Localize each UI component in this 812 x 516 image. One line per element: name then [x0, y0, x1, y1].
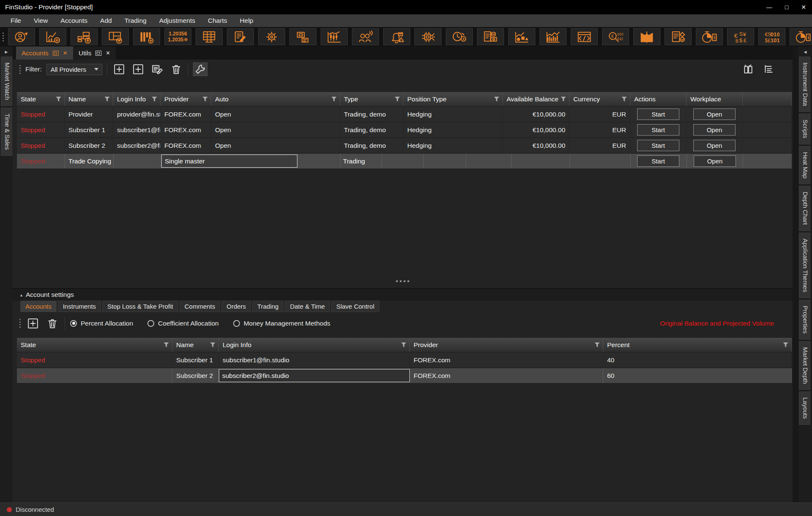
- sidebar-tab-heat-map[interactable]: Heat Map: [799, 146, 810, 185]
- sidebar-tab-instrument-data[interactable]: Instrument Data: [799, 57, 810, 112]
- column-chooser-button[interactable]: [741, 62, 755, 76]
- radio-money-management[interactable]: Money Management Methods: [233, 320, 330, 327]
- table-row-trade-copying-selected[interactable]: Stopped Trade Copying Single master Trad…: [17, 154, 792, 168]
- column-header-login-info[interactable]: Login Info: [113, 92, 161, 106]
- toolbar-button-add-workspace[interactable]: [102, 28, 129, 45]
- tab-close-icon[interactable]: ✕: [106, 50, 110, 56]
- toolbar-grip[interactable]: [3, 33, 4, 41]
- toolbar-button-currency-converter[interactable]: €S¥B$£: [727, 28, 754, 45]
- provider-filter-dropdown[interactable]: All Providers: [46, 64, 102, 75]
- toolbar-button-data-search[interactable]: €101010: [602, 28, 629, 45]
- toolbar-button-add-market-depth[interactable]: [71, 28, 98, 45]
- tab-float-icon[interactable]: [53, 51, 59, 56]
- toolbar-button-task-checklist[interactable]: [665, 28, 692, 45]
- filter-funnel-icon[interactable]: [401, 342, 406, 348]
- table-row-subscriber-1[interactable]: Stopped Subscriber 1 subscriber1@fin.stu…: [17, 122, 792, 137]
- toolbar-button-settings-gear[interactable]: [258, 28, 285, 45]
- filter-funnel-icon[interactable]: [56, 97, 61, 102]
- sidebar-tab-market-watch[interactable]: Market Watch: [1, 57, 12, 106]
- toolbar-button-timer-report[interactable]: i: [696, 28, 723, 45]
- sidebar-tab-time-and-sales[interactable]: Time & Sales: [1, 108, 12, 156]
- column-header-actions[interactable]: Actions: [630, 92, 687, 106]
- tab-float-icon[interactable]: [95, 51, 101, 56]
- settings-tab-date-time[interactable]: Date & Time: [285, 301, 330, 312]
- filter-funnel-icon[interactable]: [783, 342, 788, 348]
- filter-funnel-icon[interactable]: [494, 97, 499, 102]
- right-panel-collapse-icon[interactable]: ◀: [798, 46, 812, 57]
- sidebar-tab-layouts[interactable]: Layouts: [799, 391, 810, 425]
- toolbar-button-depth-of-market[interactable]: [633, 28, 660, 45]
- collapse-icon[interactable]: ▴: [20, 293, 22, 297]
- filter-funnel-icon[interactable]: [202, 97, 208, 102]
- column-header-state[interactable]: State: [17, 92, 65, 106]
- settings-tab-orders[interactable]: Orders: [221, 301, 251, 312]
- filter-funnel-icon[interactable]: [163, 342, 169, 348]
- filter-toolbar-grip[interactable]: [19, 65, 21, 74]
- menu-accounts[interactable]: Accounts: [54, 17, 94, 24]
- radio-coefficient-allocation[interactable]: Coefficient Allocation: [147, 320, 219, 327]
- group-panel-button[interactable]: [761, 62, 776, 76]
- toolbar-button-notifications-bell[interactable]: [383, 28, 410, 45]
- open-workplace-button[interactable]: Open: [694, 155, 736, 167]
- menu-adjustments[interactable]: Adjustments: [153, 17, 202, 24]
- left-panel-expand-icon[interactable]: ▶: [0, 46, 13, 57]
- menu-help[interactable]: Help: [234, 17, 260, 24]
- sidebar-tab-scripts[interactable]: Scripts: [799, 114, 810, 144]
- start-button[interactable]: Start: [637, 124, 679, 136]
- allocation-row-subscriber-1[interactable]: Stopped Subscriber 1 subscriber1@fin.stu…: [17, 353, 792, 367]
- close-button[interactable]: ✕: [801, 4, 806, 11]
- menu-file[interactable]: File: [4, 17, 27, 24]
- filter-funnel-icon[interactable]: [561, 97, 566, 102]
- tab-utils[interactable]: Utils ✕: [73, 46, 116, 60]
- toolbar-button-scheduler-clock[interactable]: [446, 28, 473, 45]
- maximize-button[interactable]: □: [785, 4, 788, 11]
- column-header-percent[interactable]: Percent: [603, 338, 792, 352]
- toolbar-button-add-volume-bars[interactable]: [133, 28, 160, 45]
- toolbar-button-code-editor[interactable]: [571, 28, 598, 45]
- allocation-toolbar-grip[interactable]: [19, 319, 21, 328]
- column-header-provider[interactable]: Provider: [410, 338, 603, 352]
- column-header-position-type[interactable]: Position Type: [403, 92, 503, 106]
- filter-funnel-icon[interactable]: [395, 97, 400, 102]
- open-workplace-button[interactable]: Open: [693, 124, 736, 136]
- menu-trading[interactable]: Trading: [118, 17, 153, 24]
- column-header-name[interactable]: Name: [65, 92, 113, 106]
- filter-funnel-icon[interactable]: [331, 97, 337, 102]
- menu-charts[interactable]: Charts: [202, 17, 234, 24]
- toolbar-button-window-cascade[interactable]: [289, 28, 316, 45]
- filter-funnel-icon[interactable]: [210, 342, 215, 348]
- filter-funnel-icon[interactable]: [152, 97, 157, 102]
- add-account-button[interactable]: [112, 62, 126, 76]
- account-settings-bar[interactable]: ▴ Account settings: [13, 288, 793, 301]
- start-button[interactable]: Start: [637, 140, 679, 151]
- settings-tab-instruments[interactable]: Instruments: [58, 301, 101, 312]
- radio-percent-allocation[interactable]: Percent Allocation: [70, 320, 133, 327]
- column-header-auto[interactable]: Auto: [211, 92, 340, 106]
- column-header-currency[interactable]: Currency: [569, 92, 630, 106]
- settings-tab-trading[interactable]: Trading: [252, 301, 283, 312]
- toolbar-button-market-trend[interactable]: [540, 28, 567, 45]
- column-header-available-balance[interactable]: Available Balance: [503, 92, 569, 106]
- toolbar-button-quote-board[interactable]: 1.203561.2035⊕: [164, 28, 191, 45]
- sidebar-tab-properties[interactable]: Properties: [799, 300, 810, 339]
- settings-tab-accounts[interactable]: Accounts: [20, 301, 57, 312]
- settings-tab-comments[interactable]: Comments: [180, 301, 221, 312]
- toolbar-button-timer-info[interactable]: i: [790, 28, 812, 45]
- tab-close-icon[interactable]: ✕: [63, 50, 68, 56]
- toolbar-button-candlestick-chart[interactable]: [321, 28, 348, 45]
- filter-funnel-icon[interactable]: [621, 97, 627, 102]
- login-editor[interactable]: subscriber2@fin.studio: [219, 369, 410, 382]
- toolbar-button-portfolio-shapes[interactable]: [508, 28, 535, 45]
- column-header-type[interactable]: Type: [340, 92, 403, 106]
- toolbar-button-journal-edit[interactable]: [227, 28, 254, 45]
- start-button[interactable]: Start: [637, 109, 679, 120]
- tab-accounts[interactable]: Accounts ✕: [16, 46, 73, 60]
- menu-view[interactable]: View: [27, 17, 54, 24]
- column-header-workplace[interactable]: Workplace: [687, 92, 743, 106]
- menu-add[interactable]: Add: [94, 17, 118, 24]
- sidebar-tab-application-themes[interactable]: Application Themes: [799, 233, 810, 298]
- toolbar-button-contacts-broadcast[interactable]: [352, 28, 379, 45]
- open-workplace-button[interactable]: Open: [693, 109, 736, 120]
- toolbar-button-quote-grid[interactable]: [196, 28, 223, 45]
- toolbar-button-automation-chip[interactable]: [414, 28, 441, 45]
